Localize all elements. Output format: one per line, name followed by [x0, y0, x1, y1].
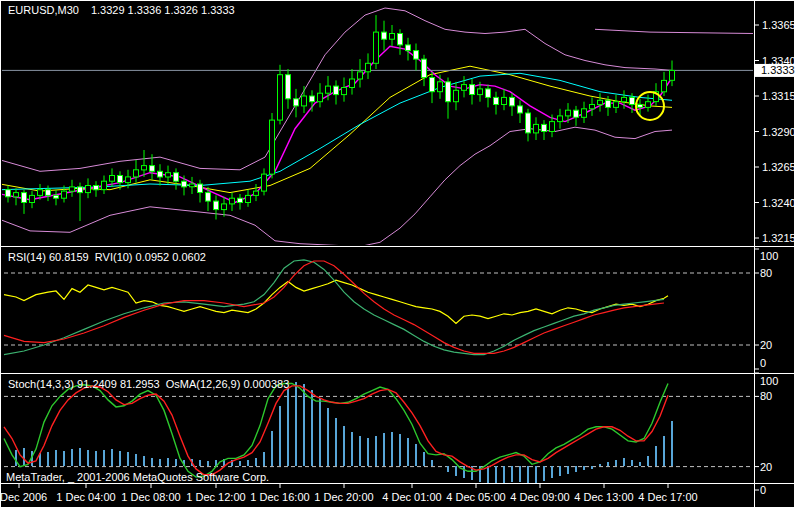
candlestick: [622, 97, 627, 101]
candlestick: [414, 51, 419, 60]
candlestick: [590, 105, 595, 109]
candlestick: [286, 75, 291, 99]
rsi-panel[interactable]: [4, 260, 752, 355]
time-axis-label: 1 Dec 2006: [0, 491, 47, 503]
price-axis-label: 1.3265: [762, 161, 795, 173]
stoch-panel[interactable]: [4, 382, 752, 484]
candlestick: [470, 85, 475, 95]
candlestick: [422, 59, 427, 78]
candlestick: [246, 195, 251, 202]
candlestick: [382, 32, 387, 39]
rsi-axis-label: 0: [760, 357, 766, 369]
candlestick: [182, 181, 187, 187]
candlestick: [6, 190, 11, 197]
main-chart-panel[interactable]: [0, 8, 753, 247]
candlestick: [126, 177, 131, 183]
time-axis-label: 1 Dec 08:00: [121, 491, 180, 503]
symbol-timeframe-label: EURUSD,M30: [8, 4, 79, 16]
candlestick: [270, 120, 275, 174]
candlestick: [54, 195, 59, 198]
candlestick: [86, 186, 91, 193]
time-axis-label: 4 Dec 05:00: [446, 491, 505, 503]
candlestick: [478, 89, 483, 95]
rsi-axis-label: 80: [760, 267, 772, 279]
time-axis-label: 4 Dec 17:00: [638, 491, 697, 503]
time-axis-label: 1 Dec 04:00: [56, 491, 115, 503]
price-axis-label: 1.3215: [762, 232, 795, 244]
candlestick: [190, 184, 195, 187]
price-axis-label: 1.3240: [762, 197, 795, 209]
candlestick: [342, 88, 347, 95]
candlestick: [206, 193, 211, 202]
candlestick: [302, 96, 307, 106]
copyright-label: MetaTrader, _ 2001-2006 MetaQuotes Softw…: [6, 471, 269, 484]
candlestick: [38, 190, 43, 196]
candlestick: [430, 78, 435, 92]
candlestick: [566, 110, 571, 116]
candlestick: [262, 174, 267, 191]
candlestick: [502, 97, 507, 104]
time-axis-label: 4 Dec 09:00: [510, 491, 569, 503]
time-axis-label: 1 Dec 12:00: [186, 491, 245, 503]
stoch-indicator-label: Stoch(14,3,3) 91.2409 81.2953 OsMA(12,26…: [8, 378, 289, 391]
rsi-indicator-label: RSI(14) 60.8159 RVI(10) 0.0952 0.0602: [8, 251, 206, 264]
current-price-value: 1.3333: [761, 64, 795, 76]
candlestick: [366, 63, 371, 72]
candlestick: [222, 204, 227, 210]
candlestick: [230, 198, 235, 204]
candlestick: [62, 191, 67, 198]
rsi-axis-label: 100: [760, 250, 778, 262]
candlestick: [318, 93, 323, 102]
candlestick: [534, 124, 539, 132]
mt4-chart-window: 1.33651.33401.33151.32901.32651.32401.32…: [0, 0, 795, 508]
stoch-axis-label: 80: [760, 390, 772, 402]
candlestick: [462, 85, 467, 91]
candlestick: [326, 86, 331, 93]
candlestick: [526, 113, 531, 133]
candlestick: [638, 105, 643, 108]
candlestick: [574, 110, 579, 117]
time-axis-label: 4 Dec 13:00: [574, 491, 633, 503]
candlestick: [606, 100, 611, 107]
candlestick: [254, 191, 259, 195]
candlestick: [102, 181, 107, 190]
candlestick: [494, 97, 499, 104]
candlestick: [406, 45, 411, 51]
candlestick: [334, 86, 339, 95]
candlestick: [174, 173, 179, 182]
candlestick: [70, 187, 75, 191]
candlestick: [30, 195, 35, 202]
stoch-axis-label: 100: [760, 375, 778, 387]
candlestick: [438, 82, 443, 92]
price-axis-label: 1.3290: [762, 126, 795, 138]
candlestick: [358, 72, 363, 79]
stoch-axis-label: 0: [760, 484, 766, 496]
candlestick: [142, 166, 147, 170]
candlestick: [110, 176, 115, 182]
candlestick: [670, 70, 675, 80]
candlestick: [646, 102, 651, 108]
candlestick: [158, 171, 163, 177]
candlestick: [614, 102, 619, 108]
rsi-axis-label: 20: [760, 339, 772, 351]
candlestick: [46, 190, 51, 196]
candlestick: [294, 99, 299, 106]
candlestick: [510, 97, 515, 106]
candlestick: [350, 79, 355, 88]
candlestick: [630, 97, 635, 104]
candlestick: [550, 122, 555, 132]
candlestick: [518, 106, 523, 113]
candlestick: [198, 184, 203, 193]
candlestick: [662, 80, 667, 91]
candlestick: [558, 116, 563, 122]
price-axis-label: 1.3365: [762, 19, 795, 31]
candlestick: [398, 34, 403, 45]
candlestick: [150, 166, 155, 172]
stoch-axis-label: 20: [760, 461, 772, 473]
candlestick: [214, 201, 219, 210]
candlestick: [278, 75, 283, 120]
candlestick: [374, 32, 379, 63]
candlestick: [166, 173, 171, 177]
candlestick: [14, 193, 19, 197]
candlestick: [542, 124, 547, 131]
